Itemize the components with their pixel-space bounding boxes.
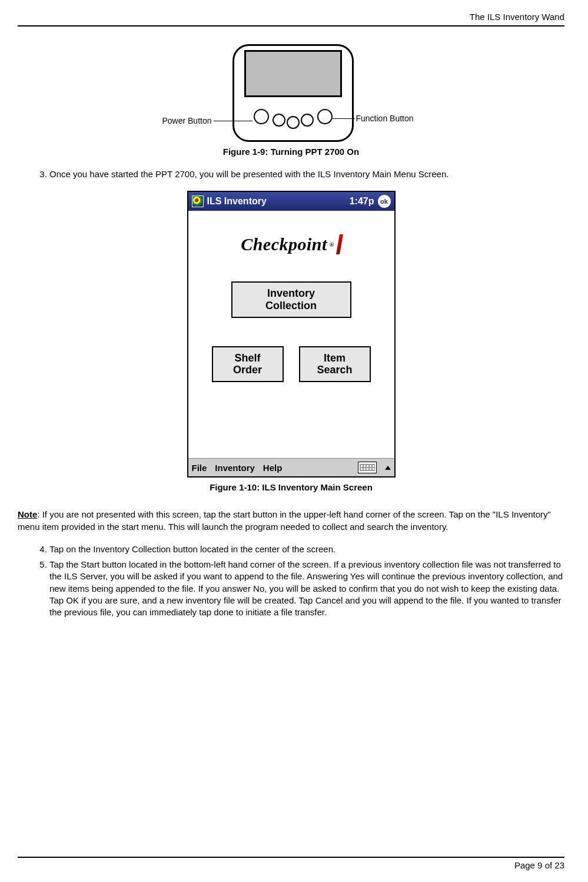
item-search-button[interactable]: Item Search <box>299 346 371 382</box>
checkpoint-logo: Checkpoint® <box>241 234 341 254</box>
page: The ILS Inventory Wand Power Button Func… <box>0 0 588 882</box>
menu-inventory[interactable]: Inventory <box>215 463 255 473</box>
device-figure: Power Button Function Button <box>18 44 564 138</box>
note-paragraph: Note: If you are not presented with this… <box>18 509 564 533</box>
keyboard-icon[interactable] <box>358 462 377 473</box>
shelf-order-button[interactable]: Shelf Order <box>212 346 284 382</box>
titlebar-time: 1:47p <box>350 196 374 207</box>
button-label-line: Inventory <box>232 287 350 300</box>
pda-body: Checkpoint® Inventory Collection Shelf O… <box>188 211 394 458</box>
ok-button[interactable]: ok <box>378 195 391 208</box>
ils-inventory-screenshot: ILS Inventory 1:47p ok Checkpoint® Inven… <box>18 191 564 504</box>
menu-file[interactable]: File <box>192 463 207 473</box>
note-label: Note <box>18 509 37 519</box>
inventory-collection-button[interactable]: Inventory Collection <box>231 281 351 317</box>
device-button-icon <box>287 116 300 129</box>
pda-titlebar: ILS Inventory 1:47p ok <box>188 192 394 211</box>
running-header: The ILS Inventory Wand <box>18 12 564 25</box>
content-area: Power Button Function Button Figure 1-9:… <box>18 26 564 618</box>
app-title: ILS Inventory <box>207 196 346 207</box>
menu-help[interactable]: Help <box>263 463 283 473</box>
up-caret-icon[interactable] <box>385 466 391 470</box>
power-button-icon <box>254 109 269 124</box>
steps-list-b: Tap on the Inventory Collection button l… <box>18 543 564 619</box>
button-label-line: Order <box>213 364 283 376</box>
button-label-line: Search <box>300 364 370 376</box>
pda-window: ILS Inventory 1:47p ok Checkpoint® Inven… <box>187 191 396 478</box>
button-label-line: Collection <box>232 300 350 312</box>
button-label-line: Item <box>300 352 370 364</box>
step-3: Once you have started the PPT 2700, you … <box>49 168 564 180</box>
page-footer: Page 9 of 23 <box>18 857 564 870</box>
device-button-icon <box>301 114 314 127</box>
callout-function-button: Function Button <box>356 114 433 123</box>
pda-menubar: File Inventory Help <box>188 458 394 476</box>
function-button-icon <box>317 109 333 124</box>
page-number: Page 9 of 23 <box>18 858 564 870</box>
figure-1-9-caption: Figure 1-9: Turning PPT 2700 On <box>18 147 564 157</box>
figure-1-10-caption: Figure 1-10: ILS Inventory Main Screen <box>210 482 373 492</box>
steps-list-a: Once you have started the PPT 2700, you … <box>18 168 564 180</box>
button-label-line: Shelf <box>213 352 283 364</box>
callout-power-button: Power Button <box>150 116 212 125</box>
start-icon[interactable] <box>192 195 204 207</box>
device-button-icon <box>273 114 285 127</box>
step-4: Tap on the Inventory Collection button l… <box>49 543 564 555</box>
note-text: : If you are not presented with this scr… <box>18 509 551 531</box>
ppt2700-device-illustration: Power Button Function Button <box>150 44 433 138</box>
step-5: Tap the Start button located in the bott… <box>49 559 564 618</box>
